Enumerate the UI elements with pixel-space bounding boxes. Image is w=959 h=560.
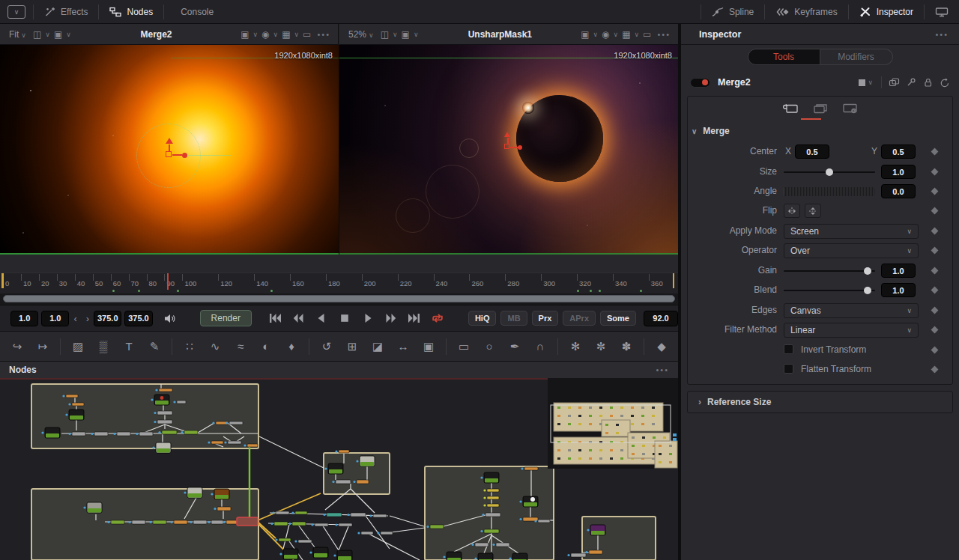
playhead[interactable]	[167, 273, 169, 290]
right-viewer-options-menu[interactable]: •••	[653, 30, 678, 39]
frame-format-icon[interactable]: ▭	[641, 29, 653, 40]
prev-keyframe-arrow[interactable]: ‹	[69, 313, 81, 324]
hue-curves-tool-icon[interactable]: ≈	[231, 337, 250, 356]
blend-field[interactable]: 1.0	[881, 283, 916, 297]
roi-icon[interactable]: ▣	[239, 29, 250, 40]
node-enable-toggle[interactable]	[690, 78, 710, 88]
ab-buffer-icon[interactable]: ◫	[379, 29, 390, 40]
roi-chevron[interactable]: ∨	[591, 31, 601, 38]
particle-render-tool-icon[interactable]: ✽	[617, 337, 636, 356]
lock-icon[interactable]	[923, 77, 933, 88]
reset-icon[interactable]	[940, 77, 950, 88]
flatten-transform-checkbox[interactable]	[784, 364, 793, 374]
media-out-tool-icon[interactable]: ↦	[33, 337, 52, 356]
filter-method-dropdown[interactable]: Linear∨	[784, 323, 919, 338]
guides-grid-icon[interactable]: ▦	[620, 29, 632, 40]
quality-hiq-button[interactable]: HiQ	[468, 311, 497, 326]
fast-noise-tool-icon[interactable]: ▒	[94, 337, 113, 356]
zoom-dropdown[interactable]: 52%∨	[345, 29, 379, 40]
current-frame-field[interactable]: 92.0	[644, 311, 678, 326]
nodes-button[interactable]: Nodes	[99, 0, 163, 24]
quality-some-button[interactable]: Some	[600, 311, 636, 326]
keyframe-diamond[interactable]	[931, 366, 939, 374]
keyframe-diamond[interactable]	[931, 148, 939, 156]
rectangle-mask-tool-icon[interactable]: ▭	[454, 337, 474, 356]
console-button[interactable]: Console	[164, 0, 230, 24]
tool-tab-transform[interactable]	[781, 102, 800, 115]
fit-dropdown[interactable]: Fit∨	[6, 29, 31, 40]
keyframe-diamond[interactable]	[931, 188, 939, 195]
color-channel-icon[interactable]: ◉	[600, 29, 611, 40]
text-tool-icon[interactable]: T	[119, 337, 139, 356]
flip-horizontal-button[interactable]	[784, 204, 800, 218]
node-color-swatch[interactable]: ∨	[859, 79, 875, 86]
keyframe-diamond[interactable]	[931, 247, 939, 255]
color-curves-tool-icon[interactable]: ∿	[205, 337, 225, 356]
roi-chevron[interactable]: ∨	[251, 31, 261, 38]
keyframe-diamond[interactable]	[931, 168, 939, 176]
global-start-field[interactable]: 1.0	[10, 311, 38, 326]
reference-size-section[interactable]: › Reference Size	[687, 391, 953, 413]
keyframe-diamond[interactable]	[931, 207, 939, 215]
center-control-handle[interactable]	[504, 144, 509, 149]
paint-tool-icon[interactable]: ✎	[145, 337, 164, 356]
effects-button[interactable]: Effects	[34, 0, 98, 24]
play-reverse-button[interactable]	[312, 310, 331, 326]
tool-tab-settings[interactable]	[841, 102, 860, 115]
tool-tab-mask[interactable]	[811, 102, 830, 115]
center-y-field[interactable]: 0.5	[881, 144, 916, 159]
fast-reverse-button[interactable]	[288, 310, 308, 326]
y-axis-handle[interactable]	[504, 132, 510, 137]
stop-button[interactable]	[335, 310, 354, 326]
quality-mb-button[interactable]: MB	[500, 311, 527, 326]
next-keyframe-arrow[interactable]: ›	[82, 313, 94, 324]
media-in-tool-icon[interactable]: ↪	[7, 337, 27, 356]
x-axis-handle[interactable]	[182, 153, 187, 158]
render-range-end-marker[interactable]	[673, 273, 675, 288]
merge-tool-icon[interactable]: ⊞	[342, 337, 362, 356]
roi-icon[interactable]: ▣	[579, 29, 590, 40]
subview-chevron[interactable]: ∨	[64, 31, 73, 38]
keyframe-diamond[interactable]	[931, 307, 939, 314]
quality-prx-button[interactable]: Prx	[532, 311, 559, 326]
ellipse-mask-tool-icon[interactable]: ○	[480, 337, 499, 356]
render-end-field[interactable]: 375.0	[94, 311, 121, 326]
color-corrector-tool-icon[interactable]: ∷	[180, 337, 199, 356]
render-range-start-marker[interactable]	[1, 273, 4, 288]
skip-to-end-button[interactable]	[405, 310, 424, 326]
tab-tools[interactable]: Tools	[748, 49, 820, 65]
operator-dropdown[interactable]: Over∨	[784, 243, 919, 258]
versions-icon[interactable]	[889, 77, 900, 88]
size-field[interactable]: 1.0	[881, 165, 916, 179]
nodes-panel-options-menu[interactable]: •••	[656, 365, 669, 374]
particle-merge-tool-icon[interactable]: ✼	[591, 337, 611, 356]
merge-section-header[interactable]: ∨ Merge	[692, 126, 730, 136]
ab-buffer-chevron[interactable]: ∨	[390, 31, 400, 38]
skip-to-start-button[interactable]	[265, 310, 285, 326]
color-channel-icon[interactable]: ◉	[260, 29, 270, 40]
edges-dropdown[interactable]: Canvas∨	[784, 303, 919, 318]
subview-icon[interactable]: ▣	[52, 29, 64, 40]
shape-3d-tool-icon[interactable]: ◆	[652, 337, 671, 356]
guides-grid-icon[interactable]: ▦	[280, 29, 291, 40]
ab-buffer-icon[interactable]: ◫	[31, 29, 43, 40]
gain-slider[interactable]	[784, 270, 875, 272]
global-end-field[interactable]: 375.0	[124, 311, 152, 326]
node-graph[interactable]	[0, 378, 678, 560]
polygon-mask-tool-icon[interactable]: ✒	[505, 337, 524, 356]
frame-format-icon[interactable]: ▭	[301, 29, 312, 40]
keyframe-diamond[interactable]	[931, 326, 939, 334]
keyframe-diamond[interactable]	[931, 267, 939, 275]
tab-modifiers[interactable]: Modifiers	[820, 49, 893, 65]
keyframe-diamond[interactable]	[931, 228, 939, 235]
keyframe-diamond[interactable]	[931, 347, 939, 354]
pin-icon[interactable]	[907, 77, 916, 88]
keyframe-diamond[interactable]	[931, 287, 939, 294]
background-tool-icon[interactable]: ▨	[68, 337, 88, 356]
channel-chevron[interactable]: ∨	[271, 31, 281, 38]
inspector-options-menu[interactable]: •••	[935, 30, 949, 39]
render-button[interactable]: Render	[200, 310, 252, 326]
flip-vertical-button[interactable]	[805, 204, 821, 218]
subview-icon[interactable]: ▣	[400, 29, 411, 40]
brightness-contrast-tool-icon[interactable]: ◐	[256, 337, 276, 356]
